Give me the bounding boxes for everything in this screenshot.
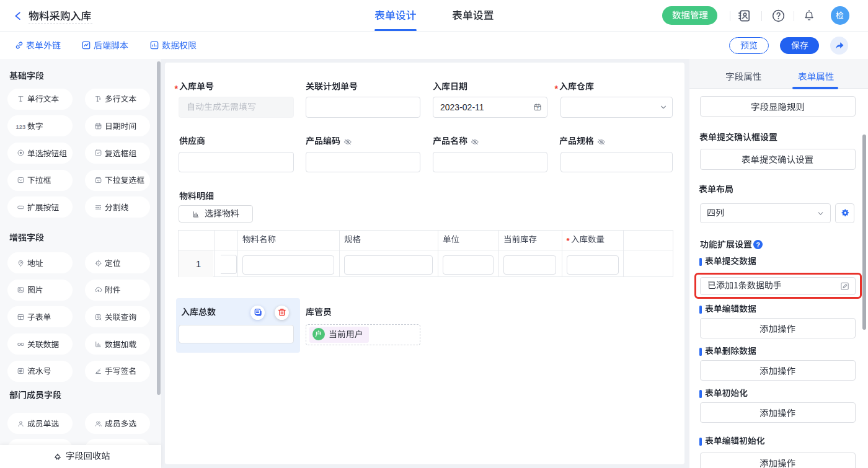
svg-text:7: 7 [536,107,538,110]
